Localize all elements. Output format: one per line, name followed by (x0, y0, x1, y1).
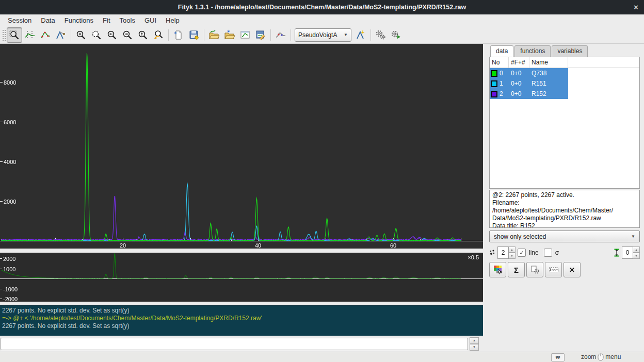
mouse-config-button[interactable]: ₩ (551, 353, 565, 361)
point-size-icon (489, 249, 495, 256)
draw-peak-mode-button[interactable] (53, 27, 69, 43)
menu-fit[interactable]: Fit (98, 15, 115, 25)
aux-scale-label: ×0.5 (468, 254, 479, 260)
menu-session[interactable]: Session (3, 15, 36, 25)
menu-tools[interactable]: Tools (115, 15, 140, 25)
toolbar-separator (270, 29, 271, 41)
sheet-gears-icon (530, 265, 540, 274)
zoom-previous-button[interactable] (89, 27, 104, 43)
transform-data-button[interactable] (273, 27, 288, 43)
load-data-alt-button[interactable]: ✶ (222, 27, 237, 43)
main-plot-canvas[interactable] (0, 44, 483, 249)
svg-text:✶: ✶ (227, 29, 231, 34)
toolbar-separator (204, 29, 204, 41)
menu-functions[interactable]: Functions (60, 15, 98, 25)
zoom-right-icon (122, 29, 133, 41)
dataset-color-swatch[interactable] (491, 91, 497, 97)
floppy-icon (188, 29, 200, 41)
spin-up-icon[interactable]: ▲ (633, 246, 640, 253)
auxiliary-plot-canvas[interactable] (0, 253, 483, 302)
shift-spinner[interactable]: 0 ▲ ▼ (622, 246, 640, 259)
data-range-mode-button[interactable] (22, 27, 38, 43)
fit-settings-button[interactable] (373, 27, 389, 43)
menu-gui[interactable]: GUI (140, 15, 161, 25)
tab-functions[interactable]: functions (514, 45, 551, 57)
add-peak-mode-button[interactable] (38, 27, 53, 43)
col-header-functions[interactable]: #F+# (509, 57, 529, 68)
console: 2267 points. No explicit std. dev. Set a… (0, 305, 483, 336)
close-window-button[interactable]: ✕ (633, 0, 639, 14)
console-splitter[interactable] (0, 302, 483, 305)
right-click-hint: menu (605, 353, 621, 360)
toolbar-separator (168, 29, 169, 41)
command-input-row: ▲ ▼ (0, 336, 483, 352)
load-data-button[interactable] (206, 27, 222, 43)
new-session-button[interactable]: ✶ (171, 27, 186, 43)
zoom-left-button[interactable] (104, 27, 120, 43)
chevron-down-icon: ▼ (631, 234, 635, 239)
plot-column: ×0.5 2267 points. No explicit std. dev. … (0, 44, 483, 352)
col-header-name[interactable]: Name (529, 57, 568, 68)
auxiliary-plot-area[interactable]: ×0.5 (0, 253, 483, 302)
dataset-actions: Σ nam ✕ (489, 262, 640, 277)
command-input[interactable] (1, 338, 468, 350)
spin-down-icon[interactable]: ▼ (633, 253, 640, 259)
console-line: 2267 points. No explicit std. dev. Set a… (2, 307, 481, 315)
dataset-functions: 0+0 (509, 90, 529, 97)
table-row[interactable]: 2 0+0 R152 (490, 89, 639, 99)
show-filter-dropdown[interactable]: show only selected ▼ (489, 231, 640, 242)
line-checkbox[interactable]: ✓ (518, 249, 526, 257)
gears-icon (375, 29, 387, 41)
tab-variables[interactable]: variables (552, 45, 588, 57)
delete-dataset-button[interactable]: ✕ (564, 262, 581, 277)
rename-dataset-button[interactable]: nam (545, 262, 562, 277)
zoom-undo-button[interactable] (151, 27, 166, 43)
data-colors-button[interactable] (489, 262, 506, 277)
col-header-no[interactable]: No (490, 57, 509, 68)
save-image-button[interactable] (253, 27, 268, 43)
table-row[interactable]: 0 0+0 Q738 (490, 68, 639, 78)
dataset-functions: 0+0 (509, 70, 529, 77)
dataset-no: 0 (500, 70, 503, 77)
main-plot-area[interactable] (0, 44, 483, 249)
run-fit-button[interactable] (389, 27, 404, 43)
gray-curve-icon (275, 29, 286, 41)
menu-help[interactable]: Help (161, 15, 184, 25)
function-type-value: PseudoVoigtA (298, 31, 337, 39)
dataset-name: R152 (529, 90, 568, 97)
spin-up-icon[interactable]: ▲ (509, 246, 516, 253)
show-filter-value: show only selected (494, 233, 546, 240)
plot-splitter[interactable] (0, 249, 483, 253)
main-toolbar: ✶ ✶ (0, 26, 644, 44)
display-controls: 2 ▲ ▼ ✓ line σ 0 ▲ ▼ (489, 246, 640, 259)
save-session-button[interactable] (186, 27, 202, 43)
sigma-checkbox[interactable] (544, 249, 552, 257)
status-bar: ₩ zoom menu (0, 352, 644, 362)
tab-data[interactable]: data (490, 45, 513, 57)
zoom-vertical-button[interactable] (135, 27, 151, 43)
export-plot-button[interactable] (237, 27, 253, 43)
zoom-right-button[interactable] (120, 27, 135, 43)
sidebar-splitter[interactable] (483, 44, 489, 352)
floppy-chart-icon (255, 29, 266, 41)
zoom-mode-button[interactable] (7, 27, 22, 43)
table-row[interactable]: 1 0+0 R151 (490, 78, 639, 89)
window-title: Fityk 1.3.1 - /home/aleplo/test/Document… (178, 4, 466, 11)
history-up-button[interactable]: ▲ (470, 337, 479, 344)
function-type-combobox[interactable]: PseudoVoigtA ▼ (295, 28, 351, 42)
chart-frame-icon (239, 29, 251, 41)
dataset-name: Q738 (529, 70, 568, 77)
point-size-spinner[interactable]: 2 ▲ ▼ (497, 246, 516, 259)
spin-down-icon[interactable]: ▼ (509, 253, 516, 259)
info-line: Filename: /home/aleplo/test/Documents/Ch… (492, 199, 637, 215)
dataset-color-swatch[interactable] (491, 70, 497, 77)
history-down-button[interactable]: ▼ (470, 344, 479, 351)
menu-data[interactable]: Data (36, 15, 59, 25)
gears-run-icon (391, 29, 402, 41)
zoom-in-button[interactable] (73, 27, 89, 43)
sidebar-tabs: data functions variables (490, 45, 644, 57)
dataset-color-swatch[interactable] (491, 80, 497, 87)
add-function-button[interactable]: + (353, 27, 368, 43)
duplicate-data-button[interactable] (526, 262, 543, 277)
sum-datasets-button[interactable]: Σ (508, 262, 525, 277)
